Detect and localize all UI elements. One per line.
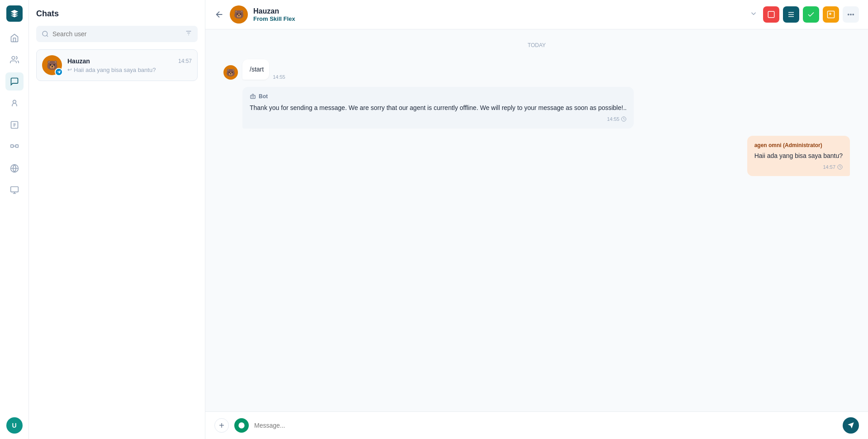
avatar-wrap: 🐻: [42, 55, 62, 75]
bot-message-text: Thank you for sending a message. We are …: [250, 104, 626, 111]
svg-point-15: [853, 14, 854, 15]
outgoing-message-time-row: 14:57: [754, 163, 843, 171]
msg-user-avatar: 🐻: [223, 65, 238, 80]
sidebar-item-globe[interactable]: [5, 159, 24, 177]
sidebar-item-home[interactable]: [5, 29, 24, 47]
sidebar-item-contacts[interactable]: [5, 51, 24, 69]
display-icon: [10, 186, 19, 195]
filter-icon[interactable]: [185, 29, 192, 38]
action-btn-teal[interactable]: [783, 6, 799, 23]
bot-header: Bot: [250, 92, 626, 100]
bot-message-time: 14:55: [607, 115, 620, 123]
header-actions: [763, 6, 859, 23]
message-input[interactable]: [254, 422, 837, 429]
search-input[interactable]: [52, 30, 181, 38]
chat-time: 14:57: [178, 58, 192, 64]
date-divider: TODAY: [223, 42, 850, 48]
add-attachment-button[interactable]: +: [214, 418, 229, 433]
back-button[interactable]: [214, 10, 224, 19]
send-icon: [847, 422, 854, 429]
bot-message-time-row: 14:55: [250, 115, 626, 123]
search-icon: [42, 30, 49, 38]
outgoing-message-row: agen omni (Administrator) Haii ada yang …: [223, 136, 850, 177]
telegram-badge: [55, 68, 63, 76]
emoji-button[interactable]: [234, 418, 249, 433]
action-green-icon: [807, 10, 815, 19]
action-btn-more[interactable]: [843, 6, 859, 23]
chat-list-panel: Chats 🐻 Hauzan 14:57 ↩: [29, 0, 205, 439]
sidebar-item-display[interactable]: [5, 181, 24, 199]
bot-message-bubble: Bot Thank you for sending a message. We …: [242, 87, 634, 129]
action-btn-yellow[interactable]: [823, 6, 839, 23]
svg-rect-11: [768, 11, 774, 18]
svg-marker-25: [848, 422, 854, 428]
action-red-icon: [767, 10, 775, 19]
message-text: /start: [250, 66, 264, 73]
integrations-icon: [10, 142, 19, 151]
send-button[interactable]: [843, 417, 859, 434]
sidebar-item-team[interactable]: [5, 94, 24, 112]
telegram-icon: [57, 70, 61, 74]
reports-icon: [10, 120, 19, 129]
svg-point-13: [848, 14, 849, 15]
source-name: Skill Flex: [270, 15, 295, 22]
bot-label: Bot: [259, 92, 268, 100]
sidebar-item-reports[interactable]: [5, 116, 24, 134]
action-btn-green[interactable]: [803, 6, 819, 23]
chat-header: 🐻 Hauzan From Skill Flex: [205, 0, 868, 29]
chevron-down-icon: [749, 10, 758, 18]
user-avatar[interactable]: U: [6, 417, 23, 434]
sidebar-item-chats[interactable]: [5, 72, 24, 91]
reply-icon: ↩: [67, 67, 72, 73]
svg-point-1: [13, 100, 16, 103]
globe-icon: [10, 164, 19, 173]
svg-point-18: [253, 97, 254, 97]
chat-main: 🐻 Hauzan From Skill Flex: [205, 0, 868, 439]
chat-name-row: Hauzan 14:57: [67, 57, 192, 65]
header-info: Hauzan From Skill Flex: [253, 7, 744, 22]
more-icon: [847, 10, 855, 19]
contacts-icon: [10, 55, 19, 64]
panel-title: Chats: [36, 9, 198, 19]
svg-point-21: [238, 422, 244, 428]
svg-rect-16: [251, 95, 256, 99]
svg-point-0: [12, 57, 15, 60]
bot-avatar-spacer: [223, 87, 238, 101]
svg-point-7: [43, 31, 47, 36]
clock-icon: [621, 116, 626, 122]
messages-area: TODAY 🐻 /start 14:55 B: [205, 29, 868, 411]
bot-icon: [250, 93, 256, 100]
back-arrow-icon: [214, 10, 224, 19]
header-avatar: 🐻: [230, 5, 248, 24]
outgoing-message-text: Haii ada yang bisa saya bantu?: [754, 152, 843, 159]
team-icon: [10, 99, 19, 108]
home-icon: [10, 33, 19, 43]
bot-message-row: Bot Thank you for sending a message. We …: [223, 87, 850, 129]
app-logo[interactable]: [6, 5, 23, 22]
smile-icon: [238, 422, 245, 429]
message-input-bar: +: [205, 411, 868, 439]
message-bubble-incoming: /start: [242, 59, 269, 80]
sidebar-item-integrations[interactable]: [5, 138, 24, 156]
svg-rect-3: [10, 145, 13, 148]
sender-label: agen omni (Administrator): [754, 141, 843, 149]
action-btn-red[interactable]: [763, 6, 779, 23]
from-label: From: [253, 15, 268, 22]
action-teal-icon: [787, 10, 795, 19]
sidebar-nav: U: [0, 0, 29, 439]
chat-preview: ↩ Haii ada yang bisa saya bantu?: [67, 67, 192, 73]
outgoing-message-bubble: agen omni (Administrator) Haii ada yang …: [747, 136, 850, 177]
header-source: From Skill Flex: [253, 15, 744, 22]
svg-rect-4: [15, 145, 18, 148]
logo-icon: [10, 9, 19, 18]
chat-list-item[interactable]: 🐻 Hauzan 14:57 ↩ Haii ada yang bisa saya…: [36, 49, 198, 81]
dropdown-chevron[interactable]: [749, 10, 758, 19]
incoming-message-wrap: /start 14:55: [242, 59, 287, 80]
search-bar: [36, 26, 198, 42]
outgoing-message-time: 14:57: [823, 163, 835, 171]
action-yellow-icon: [827, 10, 835, 19]
svg-point-17: [252, 97, 252, 97]
chat-info: Hauzan 14:57 ↩ Haii ada yang bisa saya b…: [67, 57, 192, 73]
message-row-incoming: 🐻 /start 14:55: [223, 59, 850, 80]
svg-rect-6: [10, 187, 18, 192]
